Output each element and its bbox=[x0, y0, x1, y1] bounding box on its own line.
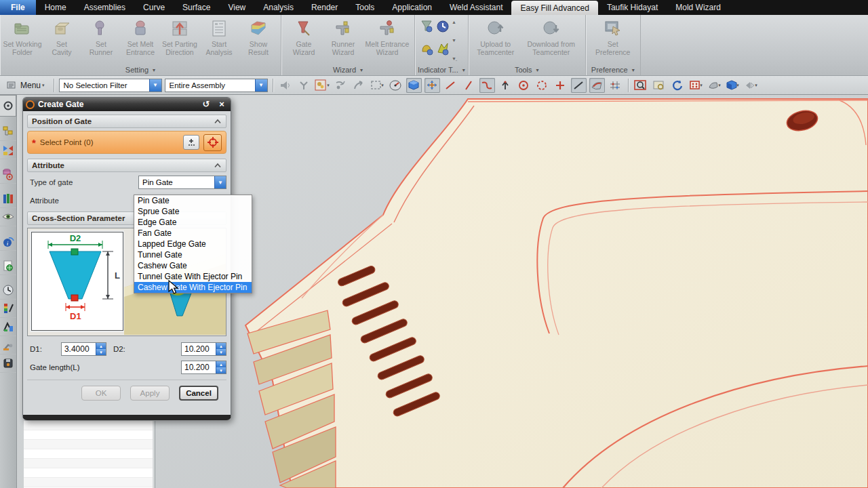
dropdown-option[interactable]: Edge Gate bbox=[134, 217, 252, 228]
sweep-arrow-icon[interactable] bbox=[351, 78, 367, 93]
d1-field[interactable]: ▲▼ bbox=[61, 342, 106, 356]
red-grid-icon[interactable]: ▾ bbox=[688, 78, 704, 93]
line-steep-icon[interactable] bbox=[461, 78, 477, 93]
combo-arrow-icon[interactable]: ▼ bbox=[255, 79, 267, 92]
menu-render[interactable]: Render bbox=[302, 0, 347, 15]
target-gear-icon[interactable] bbox=[0, 95, 16, 117]
set-melt-entrance-button[interactable]: Set Melt Entrance bbox=[121, 16, 160, 56]
marquee-select-icon[interactable]: ▾ bbox=[370, 78, 385, 93]
set-preference-button[interactable]: Set Preference bbox=[589, 16, 637, 56]
show-result-button[interactable]: Show Result bbox=[239, 16, 278, 56]
menu-weld-assistant[interactable]: Weld Assistant bbox=[441, 0, 511, 15]
bell-indicator-icon[interactable] bbox=[419, 41, 434, 56]
dropdown-option[interactable]: Tunnel Gate bbox=[134, 249, 252, 260]
menu-view[interactable]: View bbox=[219, 0, 254, 15]
dropdown-option[interactable]: Lapped Edge Gate bbox=[134, 239, 252, 249]
set-runner-button[interactable]: Set Runner bbox=[81, 16, 121, 56]
circle-dashed-icon[interactable] bbox=[534, 78, 550, 93]
ribbon-group-wizard-label[interactable]: Wizard▾ bbox=[284, 64, 412, 75]
dial-icon[interactable] bbox=[388, 78, 403, 93]
flow-indicator-icon[interactable] bbox=[435, 41, 450, 56]
line-icon[interactable] bbox=[443, 78, 458, 93]
menu-assemblies[interactable]: Assemblies bbox=[75, 0, 134, 15]
window-search-icon[interactable] bbox=[652, 78, 667, 93]
ribbon-group-setting-label[interactable]: Setting▾ bbox=[3, 64, 278, 75]
page-globe-icon[interactable] bbox=[0, 257, 16, 275]
navigator-panel[interactable] bbox=[24, 421, 155, 488]
menu-surface[interactable]: Surface bbox=[174, 0, 219, 15]
menu-button[interactable]: Menu▾ bbox=[3, 79, 49, 92]
select-point-row[interactable]: * Select Point (0) bbox=[27, 131, 226, 154]
library-books-icon[interactable] bbox=[0, 190, 16, 208]
refresh-icon[interactable] bbox=[670, 78, 686, 93]
curve-on-face-icon[interactable] bbox=[589, 78, 605, 93]
ribbon-group-indicator-label[interactable]: Indicator T...▾ bbox=[418, 64, 465, 75]
gate-wizard-button[interactable]: Gate Wizard bbox=[284, 16, 323, 56]
d2-spinner[interactable]: ▲▼ bbox=[216, 343, 226, 355]
save-disk-icon[interactable] bbox=[0, 354, 16, 373]
roadmap-tree-icon[interactable] bbox=[0, 123, 16, 141]
start-analysis-button[interactable]: Start Analysis bbox=[199, 16, 239, 56]
plus-point-icon[interactable] bbox=[553, 78, 568, 93]
dialog-titlebar[interactable]: Create Gate ↺ × bbox=[23, 98, 231, 111]
d2-field[interactable]: ▲▼ bbox=[181, 342, 226, 356]
dropdown-option[interactable]: Sprue Gate bbox=[134, 206, 252, 217]
menu-taufik-hidayat[interactable]: Taufik Hidayat bbox=[598, 0, 667, 15]
point-on-face-icon[interactable] bbox=[498, 78, 513, 93]
snap-point-icon[interactable] bbox=[296, 78, 312, 93]
clip-section-icon[interactable]: ▾ bbox=[743, 78, 759, 93]
dropdown-option[interactable]: Fan Gate bbox=[134, 228, 252, 239]
runner-wizard-button[interactable]: Runner Wizard bbox=[323, 16, 363, 56]
menu-application[interactable]: Application bbox=[383, 0, 441, 15]
chevron-up-icon[interactable] bbox=[214, 163, 222, 168]
info-wave-icon[interactable]: i bbox=[0, 232, 16, 251]
analysis-tool-icon[interactable] bbox=[0, 318, 16, 336]
menu-home[interactable]: Home bbox=[36, 0, 75, 15]
reset-icon[interactable]: ↺ bbox=[200, 98, 212, 110]
circle-center-icon[interactable] bbox=[516, 78, 532, 93]
funnel-indicator-icon[interactable] bbox=[419, 19, 434, 34]
speaker-icon[interactable] bbox=[278, 78, 294, 93]
menu-mold-wizard[interactable]: Mold Wizard bbox=[667, 0, 730, 15]
d1-input[interactable] bbox=[62, 343, 96, 355]
set-working-folder-button[interactable]: Set Working Folder bbox=[3, 16, 42, 56]
dropdown-option[interactable]: Cashew Gate bbox=[134, 260, 252, 271]
section-attribute[interactable]: Attribute bbox=[27, 159, 226, 172]
scroll-up-icon[interactable]: ▲ bbox=[452, 20, 456, 24]
constraint-bowtie-icon[interactable] bbox=[0, 141, 16, 159]
menu-tools[interactable]: Tools bbox=[347, 0, 383, 15]
database-target-icon[interactable] bbox=[0, 165, 16, 184]
robot-arm-icon[interactable] bbox=[0, 336, 16, 354]
grid-snap-icon[interactable] bbox=[608, 78, 623, 93]
d2-input[interactable] bbox=[182, 343, 216, 355]
gate-length-input[interactable] bbox=[182, 361, 216, 373]
combo-arrow-icon[interactable]: ▼ bbox=[214, 176, 226, 188]
eye-icon[interactable] bbox=[0, 208, 16, 226]
line-boxed-icon[interactable] bbox=[571, 78, 587, 93]
zoom-region-icon[interactable] bbox=[633, 78, 649, 93]
clock-history-icon[interactable] bbox=[0, 281, 16, 300]
apply-button[interactable]: Apply bbox=[130, 386, 170, 401]
menu-analysis[interactable]: Analysis bbox=[254, 0, 302, 15]
dropdown-option[interactable]: Tunnel Gate With Ejector Pin bbox=[134, 271, 252, 282]
ribbon-group-preference-label[interactable]: Preference▾ bbox=[589, 64, 637, 75]
type-of-gate-combo[interactable]: Pin Gate ▼ bbox=[138, 176, 226, 189]
shaded-cube-icon[interactable] bbox=[406, 78, 422, 93]
selection-scope-combo[interactable]: Entire Assembly ▼ bbox=[165, 79, 268, 92]
dropdown-option[interactable]: Pin Gate bbox=[134, 195, 252, 206]
shaded-view-icon[interactable]: ▾ bbox=[707, 78, 722, 93]
spline-icon[interactable] bbox=[479, 78, 495, 93]
star-box-icon[interactable]: ▾ bbox=[315, 78, 330, 93]
expand-icon[interactable]: ▼̱ bbox=[452, 56, 456, 61]
palette-pen-icon[interactable] bbox=[0, 300, 16, 318]
clock-indicator-icon[interactable] bbox=[435, 19, 450, 34]
menu-curve[interactable]: Curve bbox=[134, 0, 174, 15]
dropdown-option-selected[interactable]: Cashew Gate With Ejector Pin bbox=[134, 282, 252, 293]
cancel-button[interactable]: Cancel bbox=[179, 386, 218, 401]
combo-arrow-icon[interactable]: ▼ bbox=[149, 79, 161, 92]
selection-filter-combo[interactable]: No Selection Filter ▼ bbox=[59, 79, 162, 92]
set-parting-direction-button[interactable]: Set Parting Direction bbox=[160, 16, 199, 56]
menu-file[interactable]: File bbox=[0, 0, 36, 15]
scroll-down-icon[interactable]: ▼ bbox=[452, 38, 456, 43]
point-dialog-button[interactable] bbox=[183, 135, 199, 150]
